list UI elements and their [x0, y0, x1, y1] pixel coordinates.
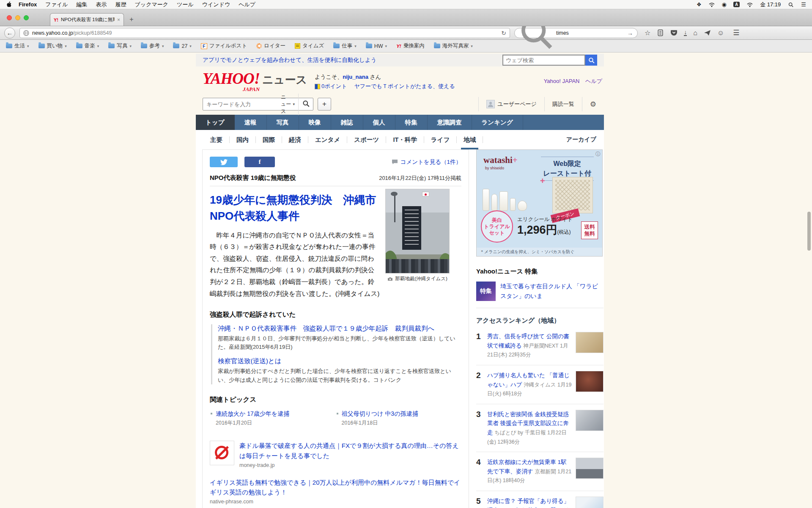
help-link[interactable]: ヘルプ — [585, 78, 602, 84]
related-link-1[interactable]: 沖縄・ＮＰＯ代表殺害事件 強盗殺人罪で１９歳少年起訴 裁判員裁判へ — [218, 324, 461, 333]
pocket-icon[interactable] — [670, 29, 678, 36]
facebook-share-button[interactable]: f — [244, 157, 275, 167]
promo-link[interactable]: アプリでモノとウェブを組み合わせて、生活を便利に自動化しよう — [203, 56, 376, 64]
back-button[interactable]: ← — [4, 28, 15, 39]
web-search-button[interactable] — [585, 55, 597, 66]
ad-thumbnail[interactable] — [210, 441, 234, 465]
spotlight-icon[interactable] — [787, 2, 794, 7]
downloads-icon[interactable]: ↓ — [684, 30, 687, 36]
ad-link[interactable]: イギリス英語も無料で勉強できる｜20万人以上が利用中の無料メルマガ！毎日無料でイ… — [210, 479, 460, 496]
nav-tab-magazine[interactable]: 雑誌 — [331, 115, 363, 130]
news-search-button[interactable] — [299, 100, 310, 108]
menu-view[interactable]: 表示 — [96, 1, 107, 8]
points-link[interactable]: 0ポイント — [321, 82, 347, 91]
wifi-icon[interactable] — [746, 2, 753, 7]
bookmark-folder-shopping[interactable]: 買い物▾ — [38, 42, 67, 50]
subnav-region[interactable]: 地域 — [457, 136, 483, 143]
add-keyword-button[interactable]: + — [318, 98, 331, 110]
nav-tab-flash[interactable]: 速報 — [235, 115, 267, 130]
hello-icon[interactable]: ☺ — [717, 30, 724, 36]
settings-button[interactable]: ⚙ — [582, 97, 604, 111]
tab-close-icon[interactable]: × — [117, 17, 120, 23]
bookmark-star-icon[interactable]: ☆ — [645, 30, 650, 36]
keyword-input[interactable] — [206, 101, 281, 108]
zoom-window-button[interactable] — [24, 15, 29, 20]
subnav-major[interactable]: 主要 — [203, 136, 230, 143]
yahoo-japan-news-logo[interactable]: YAHOO!JAPAN ニュース — [203, 72, 307, 93]
view-comments-link[interactable]: コメントを見る（1件） — [392, 158, 461, 166]
new-tab-button[interactable]: + — [124, 13, 139, 26]
url-text[interactable]: news.yahoo.co.jp/pickup/6188549 — [32, 30, 498, 36]
shiseido-ad-banner[interactable]: ⓘ watashi+ by shiseido Web限定レーストート付 + クー… — [476, 149, 603, 257]
topic-link-2[interactable]: 祖父母切りつけ 中3の孫逮捕 — [342, 410, 418, 417]
network-status-icon[interactable] — [708, 2, 715, 7]
username-link[interactable]: niju_nana — [343, 74, 368, 80]
bookmark-folder-music[interactable]: 音楽▾ — [76, 42, 99, 50]
nav-tab-feature[interactable]: 特集 — [395, 115, 428, 130]
points-note-link[interactable]: ヤフーでもＴポイントがたまる、使える — [354, 82, 455, 91]
user-page-link[interactable]: ユーザーページ — [478, 97, 544, 111]
ad-link[interactable]: 豪ドル暴落で破産する人の共通点｜FXで９割が大損する真の理由…その答えは毎日チャ… — [239, 442, 459, 459]
subnav-domestic[interactable]: 国内 — [230, 136, 256, 143]
subnav-world[interactable]: 国際 — [256, 136, 282, 143]
home-icon[interactable]: ⌂ — [693, 30, 697, 36]
menu-icon[interactable]: ☰ — [733, 29, 739, 36]
bookmark-reuters[interactable]: ロイター — [256, 42, 285, 50]
notification-center-icon[interactable]: ☰ — [801, 1, 806, 8]
nav-tab-poll[interactable]: 意識調査 — [428, 115, 472, 130]
bookmark-times[interactable]: タイムズ — [295, 42, 324, 50]
search-category-dropdown[interactable]: ニュース▾ — [281, 94, 299, 115]
apple-menu-icon[interactable] — [6, 1, 12, 8]
dropbox-icon[interactable]: ❖ — [697, 1, 702, 8]
nav-tab-personal[interactable]: 個人 — [363, 115, 395, 130]
feature-badge[interactable]: 特集 — [476, 282, 496, 301]
subnav-it-science[interactable]: IT・科学 — [386, 136, 424, 143]
menu-edit[interactable]: 編集 — [77, 1, 88, 8]
ranking-thumbnail[interactable] — [576, 371, 604, 392]
menu-bookmarks[interactable]: ブックマーク — [135, 1, 169, 8]
site-identity-globe-icon[interactable] — [23, 30, 29, 36]
web-search-input[interactable] — [502, 55, 585, 66]
web-search-box[interactable] — [502, 55, 597, 66]
keyword-search-box[interactable]: ニュース▾ — [203, 98, 313, 110]
ranking-thumbnail[interactable] — [576, 410, 604, 431]
bookmark-folder-photo[interactable]: 写真▾ — [108, 42, 132, 50]
bookmark-folder-overseas-photo[interactable]: 海外写真家▾ — [434, 42, 473, 50]
close-window-button[interactable] — [7, 15, 12, 20]
nav-tab-video[interactable]: 映像 — [299, 115, 331, 130]
ranking-thumbnail[interactable] — [576, 332, 604, 353]
bookmark-folder-reference[interactable]: 参考▾ — [141, 42, 164, 50]
feature-link[interactable]: 埼玉で暮らす在日クルド人 「ワラビスタン」のいま — [500, 282, 604, 301]
bookmark-filepost[interactable]: Fファイルポスト — [201, 42, 247, 50]
topic-link-1[interactable]: 連続放火か 17歳少年を逮捕 — [216, 410, 289, 417]
twitter-share-button[interactable] — [210, 157, 238, 167]
menubar-clock[interactable]: 金 17:19 — [760, 1, 781, 8]
subnav-entertainment[interactable]: エンタメ — [308, 136, 347, 143]
browser-tab[interactable]: Y! NPO代表殺害 19歳に無期懲... × — [50, 13, 124, 26]
subscriptions-link[interactable]: 購読一覧 — [544, 97, 582, 111]
menu-firefox[interactable]: Firefox — [19, 1, 37, 8]
reload-icon[interactable]: ↻ — [501, 30, 506, 36]
ranking-link[interactable]: 沖縄に雪？ 予報官「あり得る」週末にかけ記録的寒さの恐れ — [487, 498, 569, 508]
nav-tab-ranking[interactable]: ランキング — [472, 115, 523, 130]
reading-list-icon[interactable] — [657, 29, 664, 36]
article-photo[interactable] — [385, 189, 450, 273]
menu-history[interactable]: 履歴 — [115, 1, 126, 8]
subnav-life[interactable]: ライフ — [424, 136, 457, 143]
input-source-icon[interactable]: A — [733, 2, 740, 7]
bookmark-transit[interactable]: Y!乗換案内 — [396, 42, 425, 50]
ranking-thumbnail[interactable] — [576, 458, 604, 479]
yahoo-japan-link[interactable]: Yahoo! JAPAN — [544, 78, 580, 84]
bookmark-folder-life[interactable]: 生活▾ — [6, 42, 29, 50]
bookmark-folder-27[interactable]: 27▾ — [173, 43, 191, 49]
menu-file[interactable]: ファイル — [45, 1, 68, 8]
creative-cloud-icon[interactable]: ◉ — [722, 1, 727, 8]
bookmark-folder-hw[interactable]: HW▾ — [366, 43, 387, 49]
subnav-sports[interactable]: スポーツ — [347, 136, 386, 143]
archive-link[interactable]: アーカイブ — [566, 136, 596, 144]
browser-search-input[interactable] — [556, 30, 624, 36]
subnav-economy[interactable]: 経済 — [282, 136, 308, 143]
ad-info-icon[interactable]: ⓘ — [595, 151, 601, 158]
bookmark-folder-work[interactable]: 仕事▾ — [333, 42, 357, 50]
related-link-2[interactable]: 検察官送致(逆送)とは — [218, 357, 461, 366]
